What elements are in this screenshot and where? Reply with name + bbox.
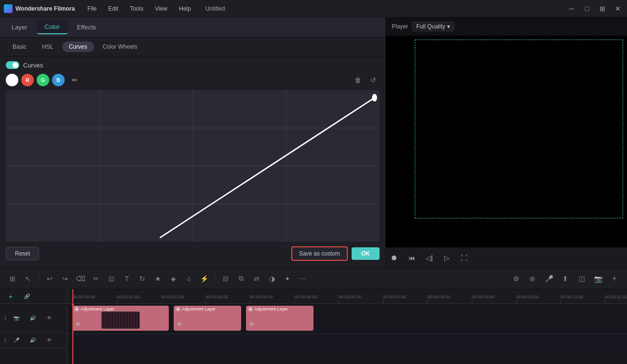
- redo-toolbar-btn[interactable]: ↪: [58, 272, 72, 285]
- track-area[interactable]: ⊞ Adjustment Layer ⊞ ⊞: [68, 304, 627, 364]
- split-toolbar-btn[interactable]: ◫: [575, 272, 588, 285]
- minimize-icon[interactable]: ─: [566, 3, 577, 14]
- save-custom-button[interactable]: Save as custom: [291, 246, 348, 261]
- toolbar: ⊞ ↖ ↩ ↪ ⌫ ✂ ⊡ T ↻ ★ ◈ ♫ ⚡ ⊟ ⧉ ⇄ ◑ ✦ ⋯ ⚙ …: [0, 268, 627, 289]
- export-icon: ⬆: [562, 275, 568, 283]
- track-row-1: ⊞ Adjustment Layer ⊞ ⊞: [68, 304, 627, 334]
- undo-icon: ↩: [47, 275, 53, 283]
- channel-blue-btn[interactable]: B: [52, 74, 65, 86]
- play-btn[interactable]: ▷: [441, 252, 452, 264]
- sticker-icon: ★: [155, 275, 161, 283]
- rotate-toolbar-btn[interactable]: ↻: [136, 272, 149, 285]
- menu-file[interactable]: File: [82, 3, 101, 14]
- sticker-toolbar-btn[interactable]: ★: [151, 272, 164, 285]
- effect-toolbar-btn[interactable]: ◈: [166, 272, 180, 285]
- cursor-toolbar-btn[interactable]: ↖: [21, 272, 35, 285]
- mic-toolbar-btn[interactable]: 🎤: [542, 272, 556, 285]
- grid-toolbar-btn[interactable]: ⊞: [6, 272, 19, 285]
- menu-help[interactable]: Help: [174, 3, 196, 14]
- speed-toolbar-btn[interactable]: ⚡: [197, 272, 211, 285]
- subtab-curves[interactable]: Curves: [62, 41, 94, 52]
- tab-effects[interactable]: Effects: [69, 21, 104, 34]
- ai-toolbar-btn[interactable]: ✦: [281, 272, 294, 285]
- fullscreen-btn[interactable]: ⛶: [458, 252, 470, 264]
- channel-green-btn[interactable]: G: [37, 74, 49, 86]
- track-1-cam-btn[interactable]: 📷: [10, 311, 23, 325]
- track-1-speaker-btn[interactable]: 🔊: [26, 311, 40, 325]
- delete-curve-btn[interactable]: 🗑: [352, 74, 364, 86]
- effect-icon: ◈: [171, 275, 176, 283]
- ruler-mark-8: 00:00:08:00: [427, 295, 472, 303]
- clip-1[interactable]: ⊞ Adjustment Layer ⊞: [72, 306, 169, 331]
- timeline-ruler: 00:00:00:00 00:00:01:00 00:00:02:00 00:0…: [68, 289, 627, 304]
- color-toolbar-btn[interactable]: ◑: [265, 272, 279, 285]
- mic-icon: 🎤: [545, 275, 553, 283]
- subtab-color-wheels[interactable]: Color Wheels: [96, 41, 144, 52]
- step-back-btn[interactable]: ⏮: [406, 252, 418, 264]
- track-2-eye-btn[interactable]: 👁: [42, 334, 56, 347]
- blue-channel-label: B: [56, 77, 60, 83]
- maximize-icon[interactable]: □: [582, 3, 592, 14]
- reset-button[interactable]: Reset: [6, 247, 39, 260]
- export-toolbar-btn[interactable]: ⬆: [559, 272, 572, 285]
- ruler-mark-12: 00:00:12:00: [605, 295, 627, 303]
- clip-3[interactable]: ⊞ Adjustment Layer ⊞: [246, 306, 314, 331]
- delete-toolbar-btn[interactable]: ⌫: [74, 272, 87, 285]
- channel-red-btn[interactable]: R: [21, 74, 34, 86]
- grid-icon: ⊞: [10, 275, 15, 283]
- audio-toolbar-btn[interactable]: ♫: [182, 272, 195, 285]
- undo-toolbar-btn[interactable]: ↩: [43, 272, 56, 285]
- add-toolbar-btn[interactable]: +: [608, 272, 621, 285]
- crop-toolbar-btn[interactable]: ⊡: [105, 272, 118, 285]
- layout-icon[interactable]: ⊞: [597, 3, 608, 14]
- curves-toggle[interactable]: [6, 61, 19, 69]
- curves-canvas[interactable]: [6, 90, 380, 242]
- clip-3-label: ⊞ Adjustment Layer: [246, 306, 290, 312]
- channel-right-btns: 🗑 ↺: [352, 74, 380, 86]
- timeline-right[interactable]: 00:00:00:00 00:00:01:00 00:00:02:00 00:0…: [68, 289, 627, 364]
- eyedropper-btn[interactable]: ✏: [68, 74, 81, 86]
- rotate-icon: ↻: [139, 275, 145, 283]
- settings-toolbar-btn[interactable]: ⚙: [509, 272, 523, 285]
- quality-label: Full Quality: [416, 23, 445, 30]
- quality-select[interactable]: Full Quality ▾: [412, 22, 454, 31]
- menu-tools[interactable]: Tools: [125, 3, 148, 14]
- track-1-eye-btn[interactable]: 👁: [42, 311, 56, 325]
- progress-indicator: [392, 256, 396, 260]
- ruler-mark-1: 00:00:01:00: [117, 295, 161, 303]
- shield-toolbar-btn[interactable]: ⊛: [526, 272, 539, 285]
- layers-toolbar-btn[interactable]: ⧉: [234, 272, 248, 285]
- player-header: Player Full Quality ▾: [386, 17, 627, 36]
- tab-layer[interactable]: Layer: [4, 21, 35, 34]
- player-controls: ⏮ ◁| ▷ ⛶: [386, 247, 627, 268]
- frame-back-btn[interactable]: ◁|: [423, 252, 435, 264]
- add-track-btn[interactable]: +: [4, 290, 17, 303]
- transition-icon: ⇄: [254, 275, 259, 283]
- clip-2-icon: ⊞: [176, 307, 180, 311]
- clip-2[interactable]: ⊞ Adjustment Layer ⊞: [174, 306, 241, 331]
- subtab-basic[interactable]: Basic: [6, 41, 33, 52]
- subtab-hsl[interactable]: HSL: [35, 41, 60, 52]
- svg-line-6: [160, 98, 374, 238]
- channel-white-btn[interactable]: [6, 74, 18, 86]
- ruler-marks: 00:00:00:00 00:00:01:00 00:00:02:00 00:0…: [68, 289, 627, 303]
- close-icon[interactable]: ✕: [613, 3, 623, 14]
- track-2-mic-btn[interactable]: 🎤: [10, 334, 23, 347]
- ruler-mark-2: 00:00:02:00: [161, 295, 205, 303]
- transition-toolbar-btn[interactable]: ⇄: [250, 272, 263, 285]
- more-toolbar-btn[interactable]: ⋯: [296, 272, 310, 285]
- track-2-number: 2: [4, 337, 7, 343]
- reset-curve-btn[interactable]: ↺: [367, 74, 380, 86]
- tab-color[interactable]: Color: [37, 20, 68, 34]
- menu-view[interactable]: View: [150, 3, 172, 14]
- cam-toolbar-btn[interactable]: 📷: [591, 272, 605, 285]
- quality-dropdown-icon: ▾: [447, 23, 450, 30]
- snap-toolbar-btn[interactable]: ⊟: [219, 272, 232, 285]
- link-btn[interactable]: 🔗: [20, 290, 34, 303]
- text-toolbar-btn[interactable]: T: [120, 272, 134, 285]
- ok-button[interactable]: OK: [352, 247, 380, 260]
- track-2-speaker-btn[interactable]: 🔊: [26, 334, 40, 347]
- menu-edit[interactable]: Edit: [103, 3, 123, 14]
- color-icon: ◑: [269, 275, 275, 283]
- cut-toolbar-btn[interactable]: ✂: [89, 272, 103, 285]
